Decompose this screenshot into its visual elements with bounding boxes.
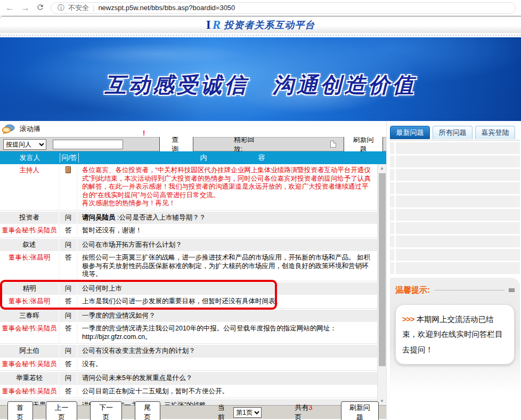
list-item-body <box>396 196 520 207</box>
scroll-up-icon[interactable]: ▲ <box>378 164 387 172</box>
speaker-cell: 精明 <box>0 282 60 295</box>
qa-cell: 答 <box>60 385 78 398</box>
speaker-cell: 董事会秘书:吴陆员 <box>0 322 60 343</box>
list-item-gutter <box>390 196 394 207</box>
dotted-separator <box>0 33 521 37</box>
speaker-cell: 阿土伯 <box>0 345 60 358</box>
table-row: 董事会秘书:吴陆员答公司目前正在制定十二五规划，暂时不方便公开。 <box>0 385 377 399</box>
site-header: I R 投资者关系互动平台 <box>0 16 521 33</box>
qa-cell: 问 <box>60 310 78 322</box>
list-item-gutter <box>390 156 394 167</box>
browser-toolbar: ← → ⓘ 不安全 | newzspt.p5w.net/bbs/bbs.asp?… <box>0 0 521 16</box>
scrollbar-thumb[interactable] <box>379 173 386 366</box>
table-row: 董事会秘书:吴陆员答暂时还没有，谢谢！ <box>0 224 377 238</box>
search-input[interactable] <box>53 140 123 149</box>
speaker-cell: 叙述 <box>0 239 60 252</box>
list-item-gutter <box>390 182 394 194</box>
list-item <box>390 182 520 194</box>
hero-banner: 互动感受诚信 沟通创造价值 <box>0 37 521 121</box>
qa-cell: 问 <box>60 345 78 358</box>
list-item-gutter <box>390 169 394 181</box>
memo-icon <box>66 166 71 173</box>
marquee-alert: ! <box>143 129 145 137</box>
list-item-gutter <box>390 249 394 261</box>
back-icon[interactable]: ← <box>5 3 14 12</box>
refresh-questions-button-bottom[interactable]: 刷新问题 <box>341 401 379 420</box>
address-bar[interactable]: ⓘ 不安全 | newzspt.p5w.net/bbs/bbs.asp?boar… <box>51 2 516 14</box>
content-cell: 公司何时上市 <box>78 282 377 295</box>
speaker-cell: 主持人 <box>0 164 60 210</box>
tips-rule-end-icon <box>509 288 515 292</box>
speaker-cell: 投资者 <box>0 212 60 224</box>
qa-cell: 问 <box>60 239 78 252</box>
content-cell: 公司有没有改变主营业务方向的计划？ <box>78 345 377 358</box>
arrows-icon: >>> <box>402 315 414 324</box>
scrollbar[interactable]: ▲ ▼ <box>377 164 386 405</box>
tab-guest-login[interactable]: 嘉宾登陆 <box>475 126 515 139</box>
tips-title: 温馨提示: <box>395 285 430 295</box>
speaker-cell: 举重若轻 <box>0 372 60 385</box>
list-item-body <box>396 182 520 194</box>
col-speaker: 发言人 <box>0 153 60 163</box>
col-qa: 问/答 <box>60 153 79 163</box>
tips-rule <box>434 290 504 290</box>
forward-icon[interactable]: → <box>21 3 30 12</box>
table-row: 董事长:张昌明答按照公司一主两翼三扩张的战略，进一步推进技术和产品的市场应用，开… <box>0 252 377 281</box>
tab-latest-questions[interactable]: 最新问题 <box>390 126 430 139</box>
first-page-button[interactable]: 首页 <box>7 401 33 420</box>
list-item-body <box>396 142 520 154</box>
list-item-gutter <box>390 209 394 221</box>
last-page-button[interactable]: 尾页 <box>135 401 160 420</box>
speaker-cell: 三春晖 <box>0 310 60 322</box>
content-cell: 暂时还没有，谢谢！ <box>78 224 377 237</box>
list-item <box>390 249 520 261</box>
list-item <box>390 156 520 167</box>
info-icon[interactable]: ⓘ <box>58 3 64 13</box>
document-icon[interactable] <box>330 141 336 148</box>
main-panel: 滚动播 ! 按提问人 查 询 精彩回放: 刷新问题 发言人 问/答 内容 主持人… <box>0 121 387 420</box>
list-item <box>390 262 520 274</box>
qa-cell: 答 <box>60 252 78 281</box>
list-item-body <box>396 169 520 181</box>
list-item-body <box>396 209 520 221</box>
site-title: 投资者关系互动平台 <box>224 19 315 31</box>
list-item-body <box>396 156 520 167</box>
col-content: 内容 <box>79 153 386 163</box>
list-item-gutter <box>390 142 394 154</box>
prev-page-button[interactable]: 上一页 <box>46 401 78 420</box>
table-row: 阿土伯问公司有没有改变主营业务方向的计划？ <box>0 344 377 358</box>
highlighted-rows: 精明问公司何时上市董事长:张昌明答上市是我们公司进一步发展的重要目标，但暂时还没… <box>0 281 377 309</box>
qa-cell: 问 <box>60 212 78 224</box>
speaker-cell: 董事会秘书:吴陆员 <box>0 358 60 371</box>
list-item-gutter <box>390 262 394 274</box>
list-item <box>390 169 520 181</box>
tab-all-questions[interactable]: 所有问题 <box>433 126 473 139</box>
url-text[interactable]: newzspt.p5w.net/bbs/bbs.asp?boardid=3050 <box>98 4 235 12</box>
content-cell: 按照公司一主两翼三扩张的战略，进一步推进技术和产品的市场应用，开拓新的市场和产品… <box>78 252 377 281</box>
qa-cell: 答 <box>60 224 78 237</box>
list-item-gutter <box>390 222 394 234</box>
tips-panel: 温馨提示: >>>本期网上交流活动已结束，欢迎到在线实时问答栏目去提问！ » 进… <box>390 278 520 373</box>
side-panel: 最新问题 所有问题 嘉宾登陆 温馨提示: >>>本期网上交流活动已结束，欢迎到在… <box>387 121 521 420</box>
list-item <box>390 209 520 221</box>
table-row: 举重若轻问请问公司未来5年的发展重点是什么？ <box>0 371 377 385</box>
content-cell: 公司目前正在制定十二五规划，暂时不方便公开。 <box>78 385 377 398</box>
table-header: 发言人 问/答 内容 <box>0 151 386 164</box>
filter-select[interactable]: 按提问人 <box>3 139 46 150</box>
qa-cell: 问 <box>60 282 78 295</box>
list-item-body <box>396 249 520 261</box>
content-cell: 公司在市场开拓方面有什么计划？ <box>78 239 377 252</box>
qa-table: 主持人各位嘉宾、各位投资者，“中关村科技园区代办挂牌企业网上集体业绩路演暨投资者… <box>0 164 377 405</box>
ir-logo-r: R <box>213 18 221 32</box>
table-row: 三春晖问一季度的营业情况如何？ <box>0 309 377 323</box>
refresh-icon[interactable] <box>36 3 44 13</box>
page-select[interactable]: 第1页 <box>233 407 262 418</box>
table-row: 叙述问公司在市场开拓方面有什么计划？ <box>0 238 377 252</box>
content-cell: 一季度的营业情况请关注我公司2010年的中报。公司登载年度报告的指定网站的网址：… <box>78 322 377 343</box>
scroll-down-icon[interactable]: ▼ <box>378 397 387 405</box>
list-item <box>390 222 520 234</box>
panel-footer <box>390 373 520 420</box>
content-cell: 上市是我们公司进一步发展的重要目标，但暂时还没有具体时间表。 <box>78 295 377 308</box>
list-item-body <box>396 262 520 274</box>
next-page-button[interactable]: 下一页 <box>90 401 122 420</box>
